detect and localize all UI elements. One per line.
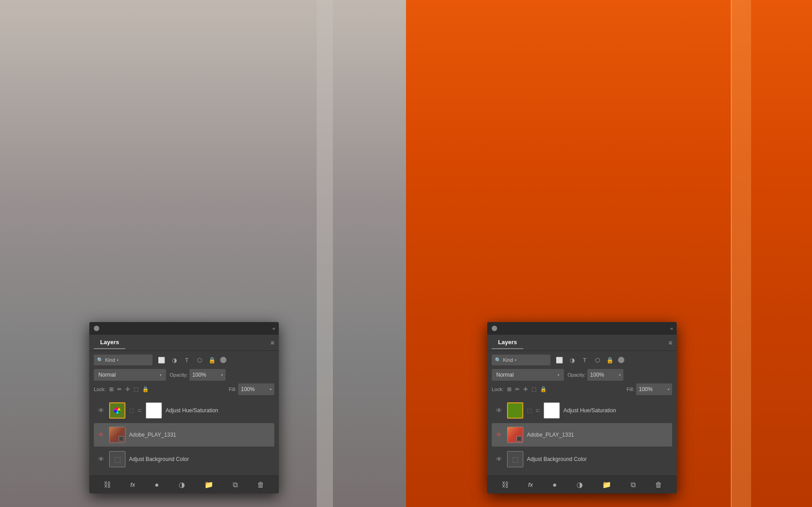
left-panel-menu-icon[interactable]: ≡ [271, 339, 274, 346]
left-layer-row-2[interactable]: 👁 ⬚ Adobe_PLAY_1331 [94, 423, 274, 447]
left-filter-text-icon[interactable]: T [182, 357, 191, 364]
right-filter-image-icon[interactable]: ⬜ [555, 357, 564, 364]
left-side: « Layers ≡ 🔍 Kind ▾ [0, 0, 406, 507]
left-filter-icons: ⬜ ◑ T ⬡ 🔒 [157, 357, 226, 364]
right-layer1-mask-thumb [544, 402, 560, 419]
right-filter-circle-icon[interactable]: ◑ [567, 357, 577, 364]
right-toolbar-duplicate-icon[interactable]: ⧉ [628, 480, 638, 490]
right-toolbar-link-icon[interactable]: ⛓ [499, 480, 512, 490]
left-opacity-dropdown[interactable]: 100% ▾ [189, 369, 226, 381]
left-toolbar-fx-label[interactable]: fx [128, 481, 138, 489]
left-layer2-eye-icon[interactable]: 👁 [97, 431, 106, 438]
right-toolbar-circle-layer-icon[interactable]: ● [550, 480, 560, 490]
left-kind-label: Kind [105, 357, 115, 363]
right-layer2-thumb: ⬚ [507, 427, 523, 443]
right-layer-row-3[interactable]: 👁 ⬚ Adjust Background Color [492, 447, 672, 471]
right-lock-padlock-icon[interactable]: 🔒 [540, 386, 547, 392]
right-door-strip [731, 0, 751, 507]
right-search-icon: 🔍 [495, 357, 501, 363]
right-layer1-link-icon: ⬚ [527, 407, 532, 414]
left-layer3-eye-icon[interactable]: 👁 [97, 456, 106, 463]
right-opacity-value: 100% [590, 372, 617, 378]
left-toolbar-circle-layer-icon[interactable]: ● [152, 480, 162, 490]
left-lock-icons: ⊞ ✏ ✛ ⬚ 🔒 [109, 386, 149, 392]
right-blend-dropdown[interactable]: Normal ▾ [492, 369, 564, 381]
right-layer-row-2[interactable]: 👁 ⬚ Adobe_PLAY_1331 [492, 423, 672, 447]
right-filter-icons: ⬜ ◑ T ⬡ 🔒 [555, 357, 624, 364]
right-toolbar-fx-label[interactable]: fx [526, 481, 536, 489]
left-filter-circle-btn[interactable] [220, 357, 226, 363]
right-fill-section: Fill: 100% ▾ [627, 383, 672, 395]
left-collapse-button[interactable]: « [272, 326, 274, 331]
left-layer1-link-icon: ⬚ [129, 407, 134, 414]
right-kind-dropdown[interactable]: Kind ▾ [503, 355, 517, 365]
right-panel-menu-icon[interactable]: ≡ [669, 339, 672, 346]
left-layer2-badge-icon: ⬚ [120, 437, 123, 441]
right-panel-content: 🔍 Kind ▾ ⬜ ◑ T ⬡ 🔒 [487, 351, 677, 475]
left-filter-circle-icon[interactable]: ◑ [170, 357, 179, 364]
left-layer-row-1[interactable]: 👁 ⬚ ⊂ Adjust Hue/Saturation [94, 399, 274, 422]
right-lock-move-icon[interactable]: ✛ [523, 386, 528, 392]
left-lock-padlock-icon[interactable]: 🔒 [142, 386, 149, 392]
right-filter-lock-icon[interactable]: 🔒 [605, 357, 614, 364]
right-tab-layers[interactable]: Layers [492, 336, 523, 349]
right-opacity-dropdown[interactable]: 100% ▾ [587, 369, 623, 381]
left-filter-image-icon[interactable]: ⬜ [157, 357, 166, 364]
right-panel-titlebar: « [487, 322, 677, 335]
right-layer1-eye-icon[interactable]: 👁 [494, 407, 503, 414]
left-tab-layers[interactable]: Layers [94, 336, 125, 349]
right-layer-row-1[interactable]: 👁 ⬚ ⊂ Adjust Hue/Saturation [492, 399, 672, 422]
left-search-box[interactable]: 🔍 Kind ▾ [94, 355, 152, 365]
left-toolbar-duplicate-icon[interactable]: ⧉ [230, 480, 240, 490]
right-lock-brush-icon[interactable]: ✏ [515, 386, 520, 392]
right-toolbar-half-circle-icon[interactable]: ◑ [574, 479, 586, 490]
left-lock-brush-icon[interactable]: ✏ [117, 386, 122, 392]
right-lock-artboard-icon[interactable]: ⬚ [531, 386, 536, 392]
left-close-button[interactable] [94, 326, 99, 331]
right-layer3-transform-icon: ⬚ [512, 455, 519, 464]
right-layer1-thumb [507, 402, 523, 419]
left-kind-dropdown[interactable]: Kind ▾ [105, 355, 119, 365]
left-panel-titlebar-left [94, 326, 99, 331]
right-toolbar-trash-icon[interactable]: 🗑 [652, 480, 665, 490]
left-toolbar-link-icon[interactable]: ⛓ [101, 480, 114, 490]
left-layer1-thumb [109, 402, 125, 419]
left-blend-chevron: ▾ [160, 373, 161, 377]
right-filter-shape-icon[interactable]: ⬡ [593, 357, 602, 364]
left-layer3-transform-icon: ⬚ [114, 455, 121, 464]
right-layer3-eye-icon[interactable]: 👁 [494, 456, 503, 463]
left-search-icon: 🔍 [97, 357, 103, 363]
right-kind-chevron: ▾ [515, 358, 517, 362]
right-fill-chevron: ▾ [668, 387, 669, 392]
left-filter-lock-icon[interactable]: 🔒 [208, 357, 217, 364]
left-layer1-name: Adjust Hue/Saturation [166, 407, 272, 414]
right-collapse-button[interactable]: « [670, 326, 672, 331]
right-lock-checker-icon[interactable]: ⊞ [507, 386, 512, 392]
left-toolbar-half-circle-icon[interactable]: ◑ [176, 479, 188, 490]
right-close-button[interactable] [492, 326, 497, 331]
left-toolbar-folder-icon[interactable]: 📁 [202, 479, 216, 490]
left-layer1-eye-icon[interactable]: 👁 [97, 407, 106, 414]
right-layer2-eye-icon[interactable]: 👁 [494, 431, 503, 438]
right-filter-text-icon[interactable]: T [580, 357, 589, 364]
right-lock-label: Lock: [492, 387, 503, 392]
left-lock-checker-icon[interactable]: ⊞ [109, 386, 114, 392]
left-blend-dropdown[interactable]: Normal ▾ [94, 369, 166, 381]
left-fill-dropdown[interactable]: 100% ▾ [238, 383, 274, 395]
left-lock-artboard-icon[interactable]: ⬚ [134, 386, 138, 392]
left-lock-move-icon[interactable]: ✛ [125, 386, 130, 392]
right-toolbar-folder-icon[interactable]: 📁 [600, 479, 614, 490]
left-toolbar-trash-icon[interactable]: 🗑 [254, 480, 267, 490]
left-layer-row-3[interactable]: 👁 ⬚ Adjust Background Color [94, 447, 274, 471]
right-fill-dropdown[interactable]: 100% ▾ [636, 383, 672, 395]
right-lock-icons: ⊞ ✏ ✛ ⬚ 🔒 [507, 386, 547, 392]
right-search-box[interactable]: 🔍 Kind ▾ [492, 355, 550, 365]
left-layer1-mask-thumb [146, 402, 162, 419]
left-opacity-label: Opacity: [170, 372, 188, 378]
left-panel-toolbar: ⛓ fx ● ◑ 📁 ⧉ 🗑 [89, 475, 279, 493]
left-filter-shape-icon[interactable]: ⬡ [195, 357, 204, 364]
left-door-strip [317, 0, 333, 507]
right-layer3-name: Adjust Background Color [527, 456, 669, 462]
right-fill-value: 100% [639, 386, 666, 392]
right-filter-circle-btn[interactable] [618, 357, 624, 363]
